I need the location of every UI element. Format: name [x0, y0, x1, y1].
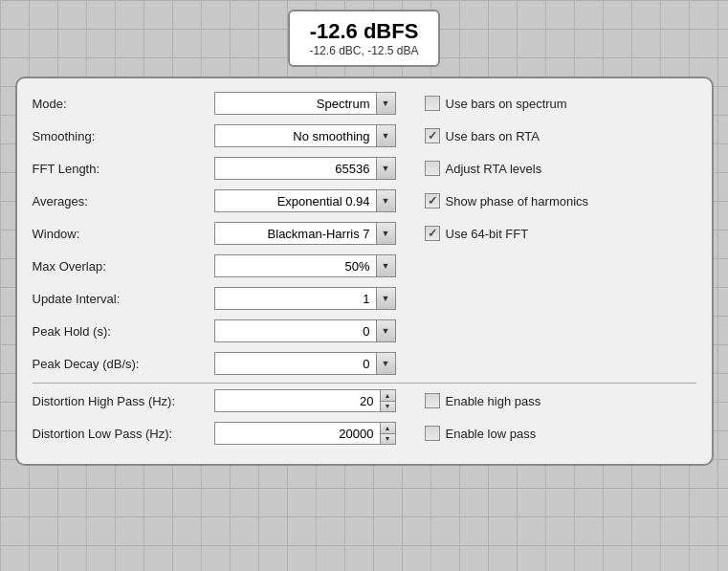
dropdown[interactable]: Spectrum▼	[214, 92, 396, 115]
checkbox-container[interactable]: Show phase of harmonics	[425, 193, 589, 209]
right-area: Use bars on spectrum	[406, 96, 696, 111]
settings-row: Mode:Spectrum▼Use bars on spectrum	[33, 90, 696, 117]
settings-row: Distortion High Pass (Hz):20▲▼Enable hig…	[33, 387, 696, 414]
dropdown[interactable]: 50%▼	[214, 254, 396, 277]
dropdown-arrow-icon[interactable]: ▼	[376, 288, 395, 309]
dropdown-value: 0	[215, 353, 376, 374]
row-label: Smoothing:	[33, 129, 214, 143]
checkbox-container[interactable]: Use bars on spectrum	[425, 96, 567, 111]
row-label: FFT Length:	[33, 162, 214, 176]
dropdown[interactable]: 65536▼	[214, 157, 396, 180]
dropdown-arrow-icon[interactable]: ▼	[376, 190, 395, 211]
spinner-down-button[interactable]: ▼	[381, 434, 395, 445]
dropdown-arrow-icon[interactable]: ▼	[376, 223, 395, 244]
checkbox-label: Adjust RTA levels	[446, 162, 542, 176]
dropdown-value: Spectrum	[215, 93, 376, 114]
checkbox-label: Enable high pass	[446, 394, 541, 408]
settings-row: Smoothing:No smoothing▼Use bars on RTA	[33, 122, 696, 149]
dropdown-arrow-icon[interactable]: ▼	[376, 125, 395, 146]
settings-row: Max Overlap:50%▼	[33, 253, 696, 279]
row-label: Mode:	[33, 97, 214, 111]
spinner-up-button[interactable]: ▲	[381, 390, 395, 402]
row-label: Update Interval:	[33, 292, 214, 306]
settings-row: Distortion Low Pass (Hz):20000▲▼Enable l…	[33, 420, 696, 447]
dropdown-arrow-icon[interactable]: ▼	[376, 255, 395, 276]
checkbox-label: Use bars on spectrum	[446, 97, 567, 111]
row-label: Peak Hold (s):	[33, 324, 214, 339]
level-display: -12.6 dBFS -12.6 dBC, -12.5 dBA	[288, 10, 439, 67]
checkbox[interactable]	[425, 226, 440, 241]
dropdown-arrow-icon[interactable]: ▼	[376, 353, 395, 374]
dropdown-arrow-icon[interactable]: ▼	[376, 320, 395, 341]
right-area: Enable low pass	[406, 426, 696, 441]
spinner-down-button[interactable]: ▼	[381, 402, 395, 412]
dropdown[interactable]: Exponential 0.94▼	[214, 189, 396, 212]
settings-row: Window:Blackman-Harris 7▼Use 64-bit FFT	[33, 220, 696, 247]
checkbox-label: Use bars on RTA	[446, 129, 540, 143]
spinner-value: 20	[215, 390, 380, 411]
checkbox[interactable]	[425, 426, 440, 441]
checkbox-container[interactable]: Enable low pass	[425, 426, 537, 441]
dropdown-value: 1	[215, 288, 376, 309]
dropdown[interactable]: Blackman-Harris 7▼	[214, 222, 396, 245]
row-label: Peak Decay (dB/s):	[33, 357, 214, 371]
dropdown-value: Blackman-Harris 7	[215, 223, 376, 244]
spinner[interactable]: 20▲▼	[214, 389, 396, 412]
checkbox[interactable]	[425, 193, 440, 209]
settings-panel: Mode:Spectrum▼Use bars on spectrumSmooth…	[15, 77, 714, 466]
checkbox[interactable]	[425, 128, 440, 143]
checkbox-container[interactable]: Use bars on RTA	[425, 128, 540, 143]
dropdown-arrow-icon[interactable]: ▼	[376, 93, 395, 114]
row-label: Window:	[33, 227, 214, 241]
checkbox-container[interactable]: Enable high pass	[425, 393, 541, 408]
right-area: Adjust RTA levels	[406, 161, 696, 176]
dropdown-value: 50%	[215, 255, 376, 276]
settings-row: Averages:Exponential 0.94▼Show phase of …	[33, 187, 696, 214]
main-level: -12.6 dBFS	[309, 19, 418, 44]
checkbox[interactable]	[425, 161, 440, 176]
right-area: Enable high pass	[406, 393, 696, 408]
checkbox[interactable]	[425, 393, 440, 408]
checkbox[interactable]	[425, 96, 440, 111]
right-area: Show phase of harmonics	[406, 193, 696, 209]
spinner[interactable]: 20000▲▼	[214, 422, 396, 445]
settings-row: FFT Length:65536▼Adjust RTA levels	[33, 155, 696, 182]
checkbox-label: Use 64-bit FFT	[446, 227, 529, 241]
sub-level: -12.6 dBC, -12.5 dBA	[309, 44, 418, 57]
spinner-up-button[interactable]: ▲	[381, 423, 395, 434]
checkbox-label: Enable low pass	[446, 427, 537, 441]
dropdown-value: Exponential 0.94	[215, 190, 376, 211]
settings-row: Peak Hold (s):0▼	[33, 318, 696, 344]
dropdown-arrow-icon[interactable]: ▼	[376, 158, 395, 179]
dropdown[interactable]: 0▼	[214, 352, 396, 375]
dropdown[interactable]: 1▼	[214, 287, 396, 310]
settings-row: Update Interval:1▼	[33, 285, 696, 312]
checkbox-container[interactable]: Adjust RTA levels	[425, 161, 542, 176]
row-label: Distortion High Pass (Hz):	[33, 394, 214, 408]
right-area: Use 64-bit FFT	[406, 226, 696, 241]
dropdown-value: 65536	[215, 158, 376, 179]
spinner-value: 20000	[215, 423, 380, 444]
checkbox-label: Show phase of harmonics	[446, 194, 589, 209]
settings-row: Peak Decay (dB/s):0▼	[33, 350, 696, 377]
dropdown-value: No smoothing	[215, 125, 376, 146]
dropdown[interactable]: 0▼	[214, 319, 396, 342]
row-label: Averages:	[33, 194, 214, 209]
dropdown-value: 0	[215, 320, 376, 341]
row-label: Max Overlap:	[33, 259, 214, 274]
dropdown[interactable]: No smoothing▼	[214, 124, 396, 147]
right-area: Use bars on RTA	[406, 128, 696, 143]
checkbox-container[interactable]: Use 64-bit FFT	[425, 226, 529, 241]
row-label: Distortion Low Pass (Hz):	[33, 427, 214, 441]
